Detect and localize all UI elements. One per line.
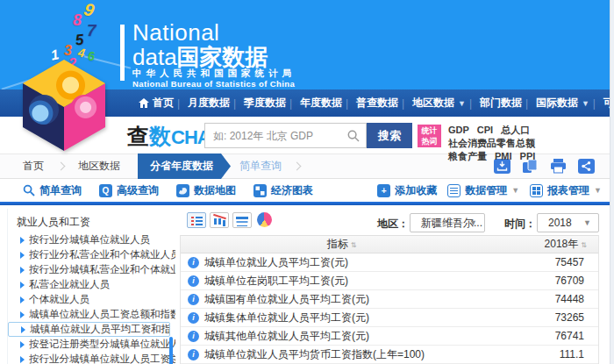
nav-item-home[interactable]: 首页: [132, 96, 181, 111]
table-row: i城镇单位在岗职工平均工资(元) 76709: [181, 272, 598, 290]
data-manage-icon: [447, 184, 460, 197]
indicator-value: 76741: [502, 330, 598, 342]
sidebar-item[interactable]: 按登记注册类型分城镇单位就业人员平均工资: [8, 337, 175, 352]
data-panel: 地区： 新疆维吾尔...▼ 时间： 2018▼ 指标⇅ 2018年⇅ i城镇单位…: [180, 209, 601, 364]
brand-divider: [120, 25, 125, 81]
toolbar-add-favorite[interactable]: + 添加收藏: [377, 183, 437, 198]
view-bar-chart-icon[interactable]: [210, 212, 229, 228]
sidebar-scrollbar-thumb[interactable]: [169, 337, 173, 364]
toolbar-simple-query[interactable]: 简单查询: [23, 183, 82, 198]
nav-item-monthly[interactable]: 月度数据: [181, 96, 237, 111]
advanced-query-icon: Q: [99, 184, 112, 197]
sidebar-item[interactable]: 按行业分私营企业和个体就业人员: [8, 247, 175, 262]
indicator-value: 76709: [502, 275, 598, 287]
triangle-icon: [20, 356, 25, 363]
table-row: i城镇单位就业人员平均货币工资指数(上年=100) 111.1: [181, 346, 598, 364]
table-header-row: 指标⇅ 2018年⇅: [181, 235, 598, 253]
info-icon[interactable]: i: [188, 331, 199, 342]
triangle-icon: [21, 326, 25, 333]
search-input[interactable]: [204, 123, 367, 148]
decor-number: 8: [73, 11, 82, 30]
triangle-icon: [20, 311, 25, 318]
info-icon[interactable]: i: [188, 275, 199, 287]
triangle-icon: [20, 282, 25, 289]
toolbar-advanced-query[interactable]: Q 高级查询: [99, 183, 159, 198]
sidebar-item[interactable]: 私营企业就业人员: [8, 277, 175, 292]
decor-number: 7: [87, 21, 96, 40]
indicator-value: 74448: [502, 293, 598, 305]
toolbar-report-manage[interactable]: 报表管理 ▼: [530, 183, 602, 198]
nav-item-census[interactable]: 普查数据: [349, 96, 405, 111]
sort-icon: ⇅: [581, 241, 586, 249]
breadcrumb-active-tab[interactable]: 分省年度数据: [138, 153, 231, 179]
triangle-icon: [20, 296, 25, 303]
toolbar-data-map[interactable]: 数据地图: [176, 183, 236, 198]
breadcrumb-region-data[interactable]: 地区数据: [69, 159, 129, 174]
table-row: i城镇单位就业人员平均工资(元) 75457: [181, 253, 598, 272]
info-icon[interactable]: i: [188, 312, 199, 324]
sidebar-item[interactable]: 按行业分城镇单位就业人员: [8, 232, 175, 247]
chevron-down-icon: ▼: [469, 214, 477, 232]
nbs-cube-logo: [23, 60, 105, 151]
table-row: i城镇其他单位就业人员平均工资(元) 76741: [181, 327, 598, 346]
sidebar-item[interactable]: 按行业分城镇私营企业和个体就业人员: [8, 262, 175, 277]
indicator-value: 111.1: [502, 348, 598, 360]
nav-item-international[interactable]: 国际数据▼: [529, 96, 596, 111]
time-select[interactable]: 2018▼: [537, 213, 599, 232]
nav-item-quarterly[interactable]: 季度数据: [237, 96, 293, 111]
view-hbar-chart-icon[interactable]: [232, 212, 252, 228]
report-manage-icon: [530, 184, 543, 197]
info-icon[interactable]: i: [188, 349, 199, 360]
hot-word[interactable]: PMI: [495, 150, 512, 163]
toolbar-econ-charts[interactable]: 经济图表: [253, 183, 313, 198]
table-row: i城镇国有单位就业人员平均工资(元) 74448: [181, 290, 598, 309]
nav-item-annual[interactable]: 年度数据: [293, 96, 349, 111]
page-scrollbar[interactable]: [610, 0, 614, 364]
view-toggle-row: 地区： 新疆维吾尔...▼ 时间： 2018▼: [180, 212, 601, 232]
indicator-value: 75457: [502, 256, 598, 268]
brand-en-subtitle: National Bureau of Statistics of China: [132, 79, 295, 89]
indicator-name: 城镇其他单位就业人员平均工资(元): [204, 329, 369, 344]
info-icon[interactable]: i: [188, 294, 199, 305]
indicator-name: 城镇集体单位就业人员平均工资(元): [204, 310, 369, 325]
region-select[interactable]: 新疆维吾尔...▼: [410, 213, 485, 232]
hot-word[interactable]: 粮食产量: [448, 150, 487, 163]
hot-word[interactable]: GDP: [448, 124, 469, 137]
sidebar-title: 就业人员和工资: [8, 209, 175, 232]
hot-words-badge: 统计热词: [418, 125, 441, 147]
view-list-icon[interactable]: [187, 212, 206, 228]
decor-number: 4: [77, 45, 86, 60]
indicator-name: 城镇单位就业人员平均工资(元): [204, 255, 348, 270]
chevron-down-icon: ▼: [594, 186, 602, 195]
table-row: i城镇集体单位就业人员平均工资(元) 73265: [181, 309, 598, 327]
column-year[interactable]: 2018年⇅: [502, 237, 598, 252]
hot-word[interactable]: 社会消费品零售总额: [448, 137, 535, 150]
nav-item-departmental[interactable]: 部门数据: [473, 96, 529, 111]
national-data-website: 9 8 7 5 3 4 6 1 2 National data国家数据 中华人民…: [0, 0, 614, 364]
triangle-icon: [20, 237, 25, 244]
indicator-name: 城镇国有单位就业人员平均工资(元): [204, 292, 369, 307]
breadcrumb-home[interactable]: 首页: [14, 159, 53, 174]
search-magnifier-icon[interactable]: [347, 130, 360, 142]
info-icon[interactable]: i: [188, 257, 199, 268]
column-indicator[interactable]: 指标⇅: [181, 237, 502, 252]
triangle-icon: [20, 252, 25, 259]
nav-item-regional[interactable]: 地区数据▼: [405, 96, 473, 111]
hot-word[interactable]: 总人口: [501, 124, 530, 137]
chevron-down-icon: ▼: [511, 186, 519, 195]
sidebar-item[interactable]: 城镇单位就业人员工资总额和指数: [8, 307, 175, 322]
brand-cn-subtitle: 中华人民共和国国家统计局: [132, 68, 296, 80]
breadcrumb-separator-icon: [293, 162, 302, 171]
indicator-table: 指标⇅ 2018年⇅ i城镇单位就业人员平均工资(元) 75457 i城镇单位在…: [180, 235, 599, 364]
sidebar-item-selected[interactable]: 城镇单位就业人员平均工资和指数: [8, 322, 170, 337]
hot-word[interactable]: CPI: [477, 124, 493, 137]
breadcrumb-simple-query[interactable]: 简单查询: [232, 159, 289, 174]
sidebar-item[interactable]: 按行业分城镇单位就业人员工资总额: [8, 352, 175, 364]
view-pie-chart-icon[interactable]: [257, 212, 272, 227]
sidebar-item[interactable]: 个体就业人员: [8, 292, 175, 307]
search-button[interactable]: 搜索: [367, 123, 412, 148]
hot-word[interactable]: PPI: [520, 150, 536, 163]
home-icon: [139, 98, 149, 108]
triangle-icon: [20, 341, 25, 348]
toolbar-data-manage[interactable]: 数据管理 ▼: [447, 183, 519, 198]
